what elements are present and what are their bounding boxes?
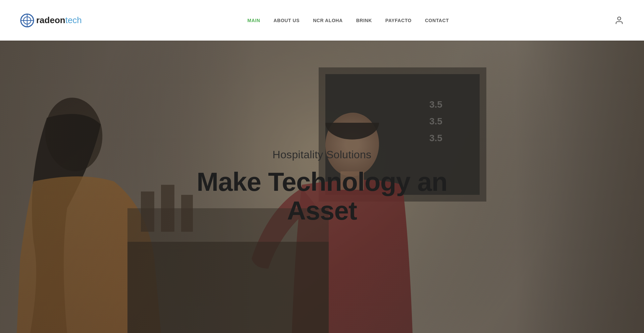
header-actions bbox=[614, 16, 624, 25]
hero-content: Hospitality Solutions Make Technology an… bbox=[197, 149, 447, 225]
hero-subtitle: Hospitality Solutions bbox=[197, 149, 447, 161]
site-header: radeontech MAIN ABOUT US NCR ALOHA BRINK… bbox=[0, 0, 644, 41]
hero-section: Hospitality Solutions Make Technology an… bbox=[0, 41, 644, 333]
nav-brink[interactable]: BRINK bbox=[356, 18, 372, 23]
logo[interactable]: radeontech bbox=[20, 13, 82, 27]
logo-icon bbox=[20, 13, 34, 27]
svg-point-4 bbox=[618, 17, 621, 20]
nav-ncr-aloha[interactable]: NCR ALOHA bbox=[313, 18, 343, 23]
nav-about-us[interactable]: ABOUT US bbox=[274, 18, 300, 23]
nav-main[interactable]: MAIN bbox=[248, 18, 260, 23]
nav-payfacto[interactable]: PAYFACTO bbox=[385, 18, 412, 23]
hero-title: Make Technology an Asset bbox=[197, 168, 447, 225]
user-account-icon[interactable] bbox=[614, 16, 624, 25]
logo-wordmark: radeontech bbox=[36, 15, 82, 25]
main-nav: MAIN ABOUT US NCR ALOHA BRINK PAYFACTO C… bbox=[248, 18, 449, 23]
nav-contact[interactable]: CONTACT bbox=[425, 18, 449, 23]
